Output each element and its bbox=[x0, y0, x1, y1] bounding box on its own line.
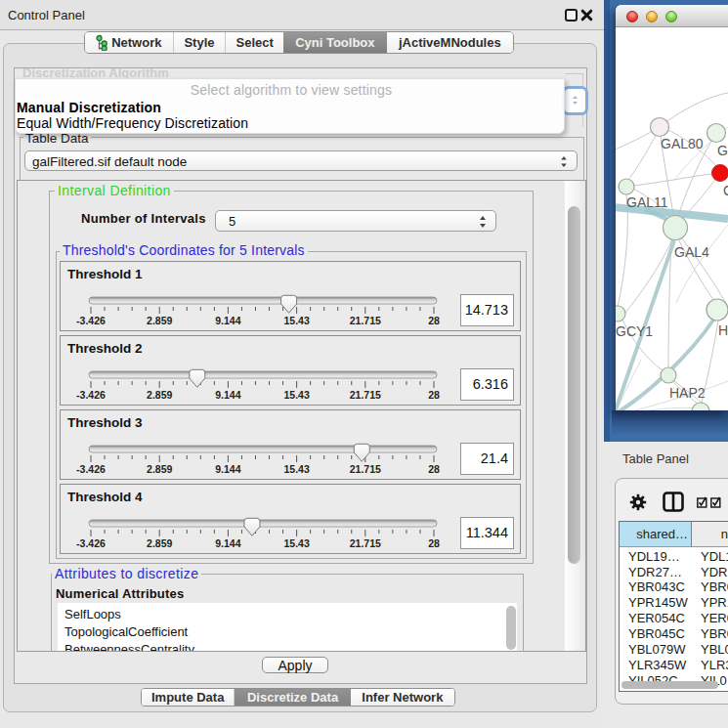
svg-text:2.859: 2.859 bbox=[147, 315, 172, 326]
svg-text:9.144: 9.144 bbox=[215, 463, 240, 475]
svg-text:9.144: 9.144 bbox=[215, 315, 240, 326]
svg-text:9.144: 9.144 bbox=[215, 537, 240, 549]
svg-text:2.859: 2.859 bbox=[147, 537, 172, 549]
svg-text:GCY1: GCY1 bbox=[616, 323, 653, 339]
svg-text:GAL4: GAL4 bbox=[674, 244, 709, 260]
svg-text:28: 28 bbox=[428, 389, 440, 401]
svg-text:28: 28 bbox=[428, 463, 440, 475]
svg-text:21.715: 21.715 bbox=[350, 315, 381, 326]
svg-text:15.43: 15.43 bbox=[283, 537, 309, 549]
svg-text:21.715: 21.715 bbox=[350, 389, 381, 401]
svg-text:GA: GA bbox=[717, 143, 728, 158]
svg-text:2.859: 2.859 bbox=[147, 389, 172, 401]
svg-text:GAL11: GAL11 bbox=[626, 194, 668, 210]
svg-text:-3.426: -3.426 bbox=[76, 315, 106, 326]
svg-text:-3.426: -3.426 bbox=[76, 389, 106, 401]
svg-text:9.144: 9.144 bbox=[215, 389, 240, 401]
svg-text:-3.426: -3.426 bbox=[76, 463, 106, 475]
svg-text:21.715: 21.715 bbox=[350, 463, 381, 475]
svg-text:15.43: 15.43 bbox=[283, 389, 309, 401]
svg-text:28: 28 bbox=[428, 315, 440, 326]
svg-text:2.859: 2.859 bbox=[147, 463, 172, 475]
svg-text:28: 28 bbox=[428, 537, 440, 549]
svg-text:15.43: 15.43 bbox=[283, 463, 309, 475]
svg-text:C: C bbox=[723, 183, 728, 198]
svg-text:15.43: 15.43 bbox=[283, 315, 309, 326]
svg-text:-3.426: -3.426 bbox=[76, 537, 106, 549]
svg-text:GAL80: GAL80 bbox=[661, 136, 704, 151]
svg-text:21.715: 21.715 bbox=[350, 537, 381, 549]
svg-text:H: H bbox=[718, 322, 728, 338]
svg-text:HAP2: HAP2 bbox=[669, 385, 706, 401]
